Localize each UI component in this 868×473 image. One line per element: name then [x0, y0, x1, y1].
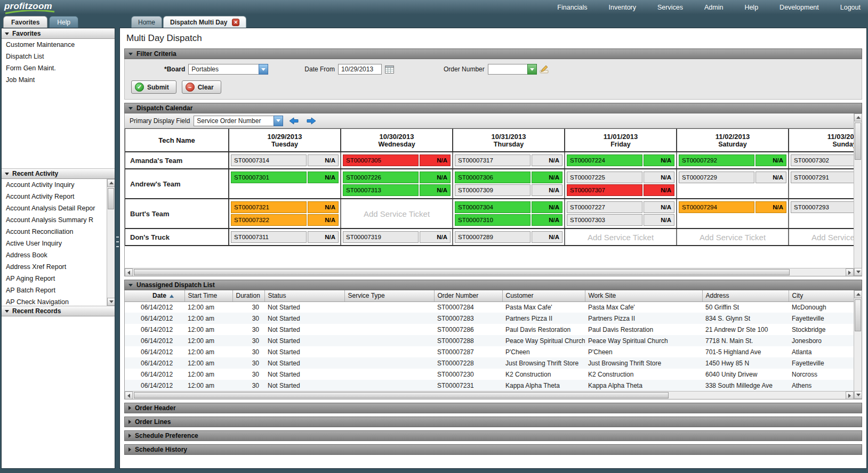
tab-home[interactable]: Home [131, 16, 162, 28]
service-ticket-ST00007317[interactable]: ST00007317 [455, 154, 531, 166]
column-header-order-number[interactable]: Order Number [434, 290, 502, 301]
topnav-item-help[interactable]: Help [744, 4, 758, 11]
sidebar-tab-favorites[interactable]: Favorites [3, 16, 47, 28]
recent-records-panel-header[interactable]: Recent Records [2, 306, 115, 316]
favorites-item-customer-maintenance[interactable]: Customer Maintenance [2, 39, 115, 51]
sidebar-tab-help[interactable]: Help [49, 16, 78, 28]
calendar-day-header-10-30-2013[interactable]: 10/30/2013Wednesday [341, 129, 453, 151]
recent-activity-scrollbar[interactable] [107, 179, 115, 306]
calendar-day-header-10-31-2013[interactable]: 10/31/2013Thursday [453, 129, 565, 151]
favorites-panel-header[interactable]: Favorites [2, 28, 115, 39]
column-header-customer[interactable]: Customer [502, 290, 585, 301]
scroll-right-button[interactable] [846, 392, 854, 399]
recent-activity-item-ap-check-navigation[interactable]: AP Check Navigation [2, 296, 107, 306]
service-ticket-ST00007319[interactable]: ST00007319 [343, 231, 419, 243]
column-header-work-site[interactable]: Work Site [585, 290, 702, 301]
collapsed-section-order-header[interactable]: Order Header [124, 403, 862, 413]
service-ticket-ST00007226[interactable]: ST00007226 [343, 172, 419, 183]
order-number-lookup-button[interactable] [527, 64, 537, 75]
scroll-left-button[interactable] [125, 268, 133, 276]
order-number-edit-button[interactable] [539, 64, 550, 75]
clear-button[interactable]: − Clear [182, 80, 221, 94]
scrollbar-thumb[interactable] [108, 188, 114, 209]
service-ticket-ST00007313[interactable]: ST00007313 [343, 184, 419, 196]
add-service-ticket-cell[interactable]: Add Service Ticket [565, 229, 676, 245]
collapsed-section-schedule-history[interactable]: Schedule History [124, 444, 862, 455]
tab-dispatch-multi-day[interactable]: Dispatch Multi Day✕ [163, 16, 246, 28]
tab-close-icon[interactable]: ✕ [232, 19, 239, 26]
list-vertical-scrollbar[interactable] [854, 290, 862, 399]
service-ticket-ST00007292[interactable]: ST00007292 [679, 154, 754, 166]
calendar-horizontal-scrollbar[interactable] [125, 268, 854, 276]
collapsed-section-schedule-preference[interactable]: Schedule Preference [124, 430, 862, 441]
recent-activity-item-active-user-inquiry[interactable]: Active User Inquiry [2, 238, 107, 249]
table-row[interactable]: 06/14/201212:00 am30Not StartedST0000723… [125, 369, 854, 380]
table-row[interactable]: 06/14/201212:00 am30Not StartedST0000728… [125, 313, 854, 324]
unassigned-dispatch-list-header[interactable]: Unassigned Dispatch List [124, 280, 862, 290]
service-ticket-ST00007291[interactable]: ST00007291 [791, 172, 854, 183]
add-service-ticket-cell[interactable]: Add Service Ticket [677, 229, 788, 245]
list-horizontal-scrollbar[interactable] [125, 391, 854, 399]
service-ticket-ST00007224[interactable]: ST00007224 [567, 154, 642, 166]
service-ticket-ST00007306[interactable]: ST00007306 [455, 172, 531, 183]
scroll-left-button[interactable] [125, 392, 133, 399]
scroll-down-button[interactable] [854, 268, 862, 276]
topnav-item-financials[interactable]: Financials [557, 4, 587, 11]
table-row[interactable]: 06/14/201212:00 am30Not StartedST0000728… [125, 335, 854, 346]
sidebar-splitter[interactable] [115, 14, 119, 469]
scroll-right-button[interactable] [846, 268, 854, 276]
board-dropdown-button[interactable] [259, 64, 268, 75]
add-service-ticket-cell[interactable]: Add Service Ticket [789, 229, 854, 245]
scrollbar-thumb[interactable] [134, 392, 669, 398]
next-period-button[interactable] [306, 117, 316, 125]
column-header-duration[interactable]: Duration [232, 290, 264, 301]
filter-criteria-header[interactable]: Filter Criteria [124, 48, 862, 59]
column-header-start-time[interactable]: Start Time [184, 290, 232, 301]
dispatch-calendar-header[interactable]: Dispatch Calendar [124, 103, 862, 113]
service-ticket-ST00007311[interactable]: ST00007311 [231, 231, 307, 243]
calendar-picker-button[interactable] [384, 64, 395, 75]
scroll-down-button[interactable] [107, 298, 115, 306]
recent-activity-item-account-reconciliation[interactable]: Account Reconciliation [2, 226, 107, 238]
recent-activity-item-account-analysis-detail-repor[interactable]: Account Analysis Detail Repor [2, 202, 107, 214]
service-ticket-ST00007303[interactable]: ST00007303 [567, 214, 642, 226]
primary-display-field-dropdown[interactable]: Service Order Number [194, 116, 283, 126]
favorites-item-dispatch-list[interactable]: Dispatch List [2, 51, 115, 62]
topnav-item-logout[interactable]: Logout [840, 4, 861, 11]
calendar-day-header-11-03-2013[interactable]: 11/03/2013Sunday [789, 129, 854, 151]
previous-period-button[interactable] [289, 117, 300, 125]
column-header-city[interactable]: City [789, 290, 854, 301]
order-number-input[interactable] [488, 64, 527, 75]
primary-display-dropdown-button[interactable] [274, 116, 283, 126]
table-row[interactable]: 06/14/201212:00 am30Not StartedST0000722… [125, 357, 854, 369]
order-number-field[interactable] [488, 64, 537, 75]
topnav-item-admin[interactable]: Admin [704, 4, 723, 11]
table-row[interactable]: 06/14/201212:00 am30Not StartedST0000728… [125, 324, 854, 335]
add-service-ticket-cell[interactable]: Add Service Ticket [341, 199, 452, 228]
topnav-item-development[interactable]: Development [779, 4, 819, 11]
service-ticket-ST00007289[interactable]: ST00007289 [455, 231, 531, 243]
service-ticket-ST00007309[interactable]: ST00007309 [455, 184, 531, 196]
recent-activity-item-ap-aging-report[interactable]: AP Aging Report [2, 273, 107, 284]
favorites-item-job-maint[interactable]: Job Maint [2, 74, 115, 86]
service-ticket-ST00007229[interactable]: ST00007229 [679, 172, 754, 183]
date-from-input[interactable]: 10/29/2013 [338, 64, 382, 75]
column-header-address[interactable]: Address [702, 290, 789, 301]
table-row[interactable]: 06/14/201212:00 am30Not StartedST0000728… [125, 346, 854, 357]
recent-activity-item-account-analysis-summary-r[interactable]: Account Analysis Summary R [2, 214, 107, 226]
scroll-up-button[interactable] [854, 290, 862, 298]
topnav-item-services[interactable]: Services [657, 4, 683, 11]
table-row[interactable]: 06/14/201212:00 am30Not StartedST0000728… [125, 301, 854, 313]
scroll-down-button[interactable] [854, 391, 862, 399]
calendar-day-header-10-29-2013[interactable]: 10/29/2013Tuesday [229, 129, 341, 151]
service-ticket-ST00007294[interactable]: ST00007294 [679, 201, 754, 213]
scroll-up-button[interactable] [854, 113, 862, 121]
service-ticket-ST00007305[interactable]: ST00007305 [343, 154, 419, 166]
scroll-up-button[interactable] [107, 179, 115, 187]
topnav-item-inventory[interactable]: Inventory [609, 4, 636, 11]
calendar-vertical-scrollbar[interactable] [854, 113, 862, 276]
service-ticket-ST00007314[interactable]: ST00007314 [231, 154, 307, 166]
service-ticket-ST00007322[interactable]: ST00007322 [231, 214, 307, 226]
favorites-item-form-gen-maint[interactable]: Form Gen Maint. [2, 62, 115, 74]
service-ticket-ST00007302[interactable]: ST00007302 [791, 154, 854, 166]
